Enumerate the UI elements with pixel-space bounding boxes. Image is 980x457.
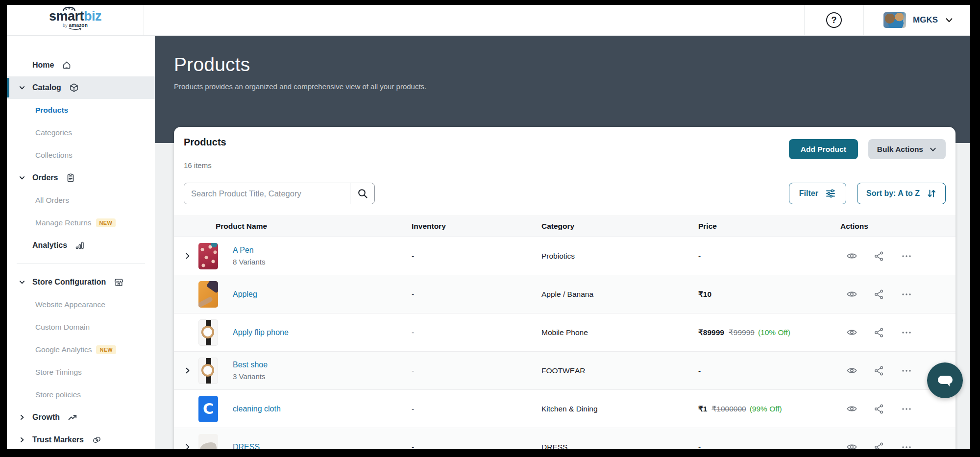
share-icon[interactable] — [874, 289, 884, 300]
sidebar-item-products[interactable]: Products — [7, 99, 155, 121]
sort-button[interactable]: Sort by: A to Z — [857, 183, 946, 204]
user-menu[interactable]: MGKS — [864, 12, 970, 28]
share-icon[interactable] — [874, 442, 884, 450]
sidebar-item-store-timings[interactable]: Store Timings — [7, 361, 155, 384]
current-price: - — [698, 366, 701, 375]
sidebar-item-trust-markers[interactable]: Trust Markers — [7, 429, 155, 449]
category-cell: Mobile Phone — [541, 328, 698, 337]
product-thumbnail — [198, 319, 227, 346]
view-eye-icon[interactable] — [846, 441, 858, 449]
watch-photo — [198, 358, 218, 384]
sidebar-subitem-label: Website Appearance — [35, 300, 105, 309]
view-eye-icon[interactable] — [846, 289, 858, 300]
sidebar-item-home[interactable]: Home — [7, 54, 155, 76]
more-options-icon[interactable] — [901, 403, 912, 415]
sidebar-item-label: Catalog — [32, 83, 61, 92]
products-panel: Products 16 items Add Product Bulk Actio… — [174, 127, 956, 449]
more-options-icon[interactable] — [901, 250, 912, 262]
more-options-icon[interactable] — [901, 365, 912, 377]
current-price: ₹10 — [698, 290, 711, 298]
chevron-right-icon — [19, 414, 25, 421]
search-icon[interactable] — [350, 183, 374, 204]
more-options-icon[interactable] — [901, 327, 912, 338]
expand-row-chevron-icon[interactable] — [184, 252, 193, 260]
search-input[interactable] — [184, 183, 350, 204]
sidebar-item-custom-domain[interactable]: Custom Domain — [7, 316, 155, 338]
sidebar-item-store-policies[interactable]: Store policies — [7, 384, 155, 406]
sidebar-item-catalog[interactable]: Catalog — [7, 76, 155, 99]
inventory-cell: - — [412, 290, 541, 299]
product-name-cell: Best shoe3 Variants — [227, 361, 412, 381]
view-eye-icon[interactable] — [846, 327, 858, 338]
more-options-icon[interactable] — [901, 441, 912, 450]
smartbiz-logo[interactable]: smartbiz byamazon — [49, 10, 101, 31]
chevron-down-icon — [929, 145, 937, 153]
product-name-link[interactable]: Best shoe — [233, 361, 268, 369]
original-price: ₹1000000 — [711, 405, 746, 413]
sidebar-item-label: Store Configuration — [32, 278, 106, 287]
product-thumbnail — [198, 243, 227, 269]
expand-row-chevron-icon[interactable] — [184, 367, 193, 374]
product-name-link[interactable]: cleaning cloth — [233, 405, 281, 413]
share-icon[interactable] — [874, 365, 884, 376]
avatar — [883, 12, 906, 28]
sort-label: Sort by: A to Z — [866, 189, 920, 198]
product-name-link[interactable]: Apply flip phone — [233, 328, 289, 337]
filter-button[interactable]: Filter — [789, 183, 846, 204]
product-thumbnail — [198, 434, 227, 450]
product-name-link[interactable]: Appleg — [233, 290, 257, 299]
col-inventory: Inventory — [412, 222, 541, 231]
sidebar-subitem-label: Manage Returns — [35, 218, 92, 227]
product-name-link[interactable]: DRESS — [233, 443, 260, 450]
current-price: - — [698, 443, 701, 450]
category-cell: DRESS — [541, 443, 698, 450]
product-name-cell: Appleg — [227, 290, 412, 299]
help-icon[interactable]: ? — [826, 12, 842, 28]
table-row: Appleg-Apple / Banana₹10 — [174, 275, 956, 313]
item-count: 16 items — [184, 161, 946, 169]
filter-sliders-icon — [825, 188, 836, 199]
more-options-icon[interactable] — [901, 289, 912, 300]
share-icon[interactable] — [874, 327, 884, 338]
share-icon[interactable] — [874, 404, 884, 414]
share-icon[interactable] — [874, 251, 884, 262]
table-row: Apply flip phone-Mobile Phone₹89999₹9999… — [174, 313, 956, 352]
row-actions — [840, 403, 956, 415]
sidebar-item-analytics[interactable]: Analytics — [7, 234, 155, 257]
sidebar-item-all-orders[interactable]: All Orders — [7, 189, 155, 212]
page-title: Products — [174, 54, 970, 75]
view-eye-icon[interactable] — [846, 250, 858, 262]
sidebar-item-google-analytics[interactable]: Google AnalyticsNEW — [7, 338, 155, 361]
variants-count: 8 Variants — [233, 258, 412, 266]
amazon-smile-icon — [67, 27, 83, 31]
view-eye-icon[interactable] — [846, 403, 858, 414]
add-product-button[interactable]: Add Product — [789, 139, 858, 159]
floral-dress-photo — [198, 243, 218, 269]
product-name-link[interactable]: A Pen — [233, 246, 254, 255]
sidebar-subitem-label: Custom Domain — [35, 323, 90, 332]
expand-row-chevron-icon[interactable] — [184, 443, 193, 449]
sidebar-item-store-configuration[interactable]: Store Configuration — [7, 271, 155, 293]
main-content: Products Products provides an organized … — [155, 35, 970, 449]
sidebar-item-growth[interactable]: Growth — [7, 406, 155, 429]
product-name-cell: Apply flip phone — [227, 328, 412, 337]
sidebar-item-website-appearance[interactable]: Website Appearance — [7, 293, 155, 316]
sidebar: HomeCatalogProductsCategoriesCollections… — [7, 35, 155, 449]
table-row: A Pen8 Variants-Probiotics- — [174, 237, 956, 275]
view-eye-icon[interactable] — [846, 365, 858, 376]
sidebar-subitem-label: All Orders — [35, 196, 69, 205]
sidebar-item-manage-returns[interactable]: Manage ReturnsNEW — [7, 212, 155, 234]
bulk-actions-button[interactable]: Bulk Actions — [868, 139, 946, 159]
table-row: Best shoe3 Variants-FOOTWEAR- — [174, 352, 956, 390]
sidebar-item-categories[interactable]: Categories — [7, 121, 155, 144]
sidebar-divider — [17, 264, 145, 264]
letter-logo: C — [198, 396, 218, 422]
sidebar-item-orders[interactable]: Orders — [7, 167, 155, 189]
table-row: DRESS-DRESS- — [174, 428, 956, 449]
sidebar-subitem-label: Collections — [35, 151, 73, 160]
chat-widget-button[interactable] — [927, 362, 963, 398]
app-window: smartbiz byamazon ? MGKS HomeCatalogProd… — [7, 5, 970, 449]
shop-awning-icon — [62, 6, 76, 11]
logo-wordmark: smartbiz — [49, 10, 101, 23]
sidebar-item-collections[interactable]: Collections — [7, 144, 155, 167]
